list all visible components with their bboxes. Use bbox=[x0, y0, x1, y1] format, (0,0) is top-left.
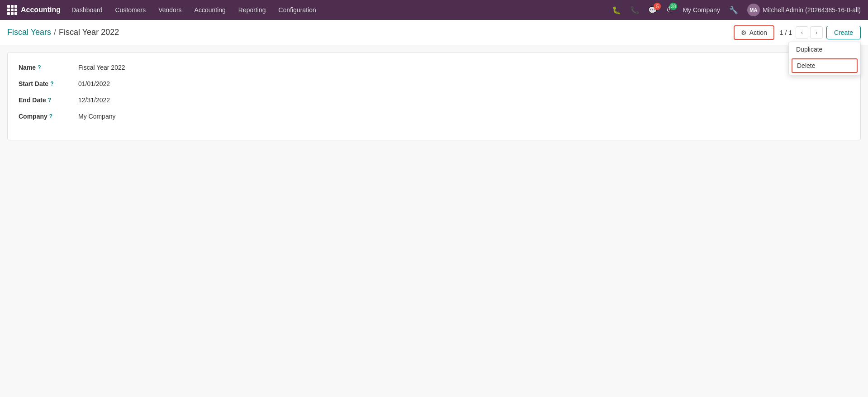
avatar: MA bbox=[747, 4, 760, 16]
user-name: Mitchell Admin (20264385-16-0-all) bbox=[763, 6, 861, 14]
nav-configuration[interactable]: Configuration bbox=[273, 0, 322, 20]
label-start-date: Start Date ? bbox=[19, 80, 73, 87]
chat-icon-btn[interactable]: 💬 5 bbox=[645, 0, 661, 20]
apps-grid-icon[interactable] bbox=[7, 5, 17, 15]
action-dropdown-menu: Duplicate Delete bbox=[788, 42, 861, 75]
top-navbar: Accounting Dashboard Customers Vendors A… bbox=[0, 0, 868, 20]
dropdown-item-duplicate[interactable]: Duplicate bbox=[789, 42, 860, 57]
value-end-date: 12/31/2022 bbox=[78, 96, 110, 104]
clock-icon-btn[interactable]: ⏱ 38 bbox=[663, 0, 677, 20]
nav-reporting[interactable]: Reporting bbox=[233, 0, 271, 20]
phone-icon-btn[interactable]: 📞 bbox=[626, 0, 643, 20]
main-content: Name ? Fiscal Year 2022 Start Date ? 01/… bbox=[0, 45, 868, 148]
value-company: My Company bbox=[78, 113, 115, 120]
pagination-prev[interactable]: ‹ bbox=[796, 26, 808, 39]
action-label: Action bbox=[749, 29, 767, 36]
value-start-date: 01/01/2022 bbox=[78, 80, 110, 87]
nav-accounting[interactable]: Accounting bbox=[189, 0, 231, 20]
label-company: Company ? bbox=[19, 113, 73, 120]
company-name: My Company bbox=[679, 6, 723, 14]
dropdown-item-delete[interactable]: Delete bbox=[792, 58, 858, 73]
form-row-name: Name ? Fiscal Year 2022 bbox=[19, 64, 849, 71]
nav-customers[interactable]: Customers bbox=[110, 0, 152, 20]
tools-icon: 🔧 bbox=[729, 6, 738, 14]
subheader: Fiscal Years / Fiscal Year 2022 ⚙ Action… bbox=[0, 20, 868, 45]
breadcrumb-separator: / bbox=[54, 28, 56, 37]
form-row-company: Company ? My Company bbox=[19, 113, 849, 120]
create-button[interactable]: Create bbox=[826, 26, 861, 39]
form-row-end-date: End Date ? 12/31/2022 bbox=[19, 96, 849, 104]
value-name: Fiscal Year 2022 bbox=[78, 64, 125, 71]
breadcrumb-parent[interactable]: Fiscal Years bbox=[7, 28, 51, 37]
action-button[interactable]: ⚙ Action bbox=[734, 25, 774, 40]
debug-icon-btn[interactable]: 🐛 bbox=[608, 0, 625, 20]
record-card: Name ? Fiscal Year 2022 Start Date ? 01/… bbox=[7, 53, 861, 140]
breadcrumb-current: Fiscal Year 2022 bbox=[59, 28, 119, 37]
phone-icon: 📞 bbox=[630, 6, 639, 14]
form-row-start-date: Start Date ? 01/01/2022 bbox=[19, 80, 849, 87]
user-info[interactable]: MA Mitchell Admin (20264385-16-0-all) bbox=[744, 4, 864, 16]
nav-dashboard[interactable]: Dashboard bbox=[66, 0, 108, 20]
breadcrumb: Fiscal Years / Fiscal Year 2022 bbox=[7, 28, 119, 37]
nav-vendors[interactable]: Vendors bbox=[153, 0, 187, 20]
help-icon-company[interactable]: ? bbox=[49, 113, 52, 120]
subheader-right: ⚙ Action Duplicate Delete 1 / 1 ‹ › Crea… bbox=[734, 25, 861, 40]
navbar-right: 🐛 📞 💬 5 ⏱ 38 My Company 🔧 MA Mitchell Ad… bbox=[608, 0, 864, 20]
gear-icon: ⚙ bbox=[741, 29, 747, 36]
label-name: Name ? bbox=[19, 64, 73, 71]
help-icon-end-date[interactable]: ? bbox=[48, 97, 51, 103]
clock-badge: 38 bbox=[669, 3, 677, 10]
pagination: 1 / 1 ‹ › bbox=[778, 26, 823, 39]
pagination-next[interactable]: › bbox=[810, 26, 823, 39]
help-icon-name[interactable]: ? bbox=[38, 64, 41, 71]
app-brand[interactable]: Accounting bbox=[4, 5, 64, 15]
bug-icon: 🐛 bbox=[612, 6, 621, 14]
help-icon-start-date[interactable]: ? bbox=[50, 81, 53, 87]
pagination-info: 1 / 1 bbox=[780, 29, 792, 36]
app-title: Accounting bbox=[21, 6, 61, 14]
label-end-date: End Date ? bbox=[19, 96, 73, 104]
chat-badge: 5 bbox=[654, 3, 661, 10]
tools-icon-btn[interactable]: 🔧 bbox=[726, 0, 742, 20]
